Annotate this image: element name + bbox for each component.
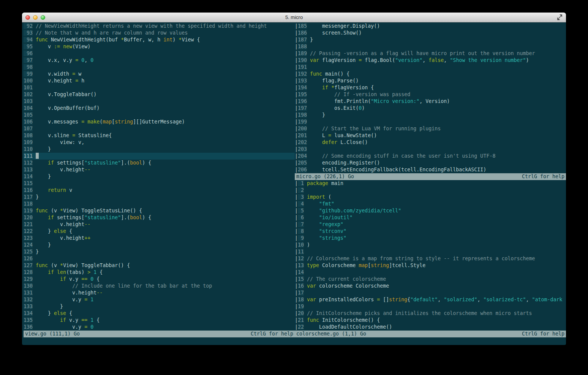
code-line[interactable]: 117 } (24, 194, 295, 201)
code-line[interactable]: |189 // Passing -version as a flag will … (295, 50, 566, 57)
code-line[interactable]: | 3 import ( (295, 194, 566, 201)
code-line[interactable]: |193 flag.Parse() (295, 78, 566, 84)
code-line[interactable]: 94 func NewViewWidthHeight(buf *Buffer, … (24, 36, 295, 43)
code-line[interactable]: 124 } (24, 242, 295, 248)
code-line[interactable]: 110 } (24, 146, 295, 153)
code-line[interactable]: |20 // InitColorscheme picks and initial… (295, 310, 566, 317)
code-line[interactable]: |19 (295, 303, 566, 310)
command-line[interactable] (24, 337, 566, 344)
code-line[interactable]: |196 fmt.Println("Micro version:", Versi… (295, 98, 566, 105)
code-line[interactable]: |10 ) (295, 242, 566, 248)
code-line[interactable]: 112 if settings["statusline"].(bool) { (24, 160, 295, 166)
code-line[interactable]: 105 (24, 112, 295, 119)
code-line[interactable]: 95 v := new(View) (24, 43, 295, 50)
code-line[interactable]: |199 (295, 119, 566, 125)
code-line[interactable]: |203 (295, 146, 566, 153)
code-line[interactable]: 128 if len(tabs) > 1 { (24, 269, 295, 276)
code-line[interactable]: 106 v.messages = make(map[string][]Gutte… (24, 119, 295, 125)
code-line[interactable]: |187 } (295, 36, 566, 43)
code-line[interactable]: | 7 "regexp" (295, 221, 566, 228)
code-line[interactable]: 102 v.ToggleTabbar() (24, 91, 295, 98)
code-line[interactable]: 135 if v.y == 1 { (24, 317, 295, 324)
code-line[interactable]: |190 var flagVersion = flag.Bool("versio… (295, 57, 566, 64)
code-line[interactable]: 132 v.y = 1 (24, 296, 295, 303)
code-line[interactable]: 107 (24, 125, 295, 132)
code-line[interactable]: | 6 "io/ioutil" (295, 214, 566, 221)
code-line[interactable]: 116 return v (24, 187, 295, 194)
code-line[interactable]: |18 var preInstalledColors = []string{"d… (295, 296, 566, 303)
code-line[interactable]: |12 // Colorscheme is a map from string … (295, 255, 566, 262)
code-line[interactable]: | 9 "strings" (295, 235, 566, 242)
code-line[interactable]: |185 messenger.Display() (295, 23, 566, 30)
resize-icon[interactable] (557, 14, 563, 20)
code-line[interactable]: |22 LoadDefaultColorscheme() (295, 324, 566, 331)
code-line[interactable]: 123 v.height++ (24, 235, 295, 242)
code-line[interactable]: |16 var colorscheme Colorscheme (295, 283, 566, 290)
editor-pane-view-go[interactable]: 92 // NewViewWidthHeight returns a new v… (24, 23, 295, 331)
code-line[interactable]: |194 if *flagVersion { (295, 84, 566, 91)
code-line[interactable]: 114 } (24, 173, 295, 180)
code-line[interactable]: 134 } else { (24, 310, 295, 317)
code-line[interactable]: 113 v.height-- (24, 166, 295, 173)
code-line[interactable]: 120 if settings["statusline"].(bool) { (24, 214, 295, 221)
code-line[interactable]: |15 // The current colorscheme (295, 276, 566, 283)
code-line[interactable]: |200 // Start the Lua VM for running plu… (295, 125, 566, 132)
code-line[interactable]: 101 (24, 84, 295, 91)
code-line[interactable]: 92 // NewViewWidthHeight returns a new v… (24, 23, 295, 30)
code-line[interactable]: |17 (295, 290, 566, 296)
code-line[interactable]: |13 type Colorscheme map[string]tcell.St… (295, 262, 566, 269)
code-line[interactable]: |198 } (295, 112, 566, 119)
code-line[interactable]: 133 } (24, 303, 295, 310)
code-line[interactable]: |201 L = lua.NewState() (295, 132, 566, 139)
code-line[interactable]: 104 v.OpenBuffer(buf) (24, 105, 295, 112)
code-line[interactable]: 115 (24, 180, 295, 187)
code-line[interactable]: 103 (24, 98, 295, 105)
code-line[interactable]: 119 func (v *View) ToggleStatusLine() { (24, 207, 295, 214)
code-line[interactable]: 126 (24, 255, 295, 262)
editor-pane-micro-go[interactable]: |185 messenger.Display()|186 screen.Show… (295, 23, 566, 173)
code-line[interactable]: 118 (24, 201, 295, 207)
code-line[interactable]: |14 (295, 269, 566, 276)
code-line[interactable]: 122 } else { (24, 228, 295, 235)
window-controls (25, 15, 45, 20)
code-line[interactable]: 96 (24, 50, 295, 57)
title-bar[interactable]: 5. micro (22, 13, 566, 22)
code-line[interactable]: | 5 "github.com/zyedidia/tcell" (295, 207, 566, 214)
code-line[interactable]: | 1 package main (295, 180, 566, 187)
code-line[interactable]: 93 // Note that w and h are raw column a… (24, 30, 295, 36)
code-line[interactable]: 97 v.x, v.y = 0, 0 (24, 57, 295, 64)
code-line[interactable]: |191 (295, 64, 566, 71)
code-line[interactable]: |195 // If -version was passed (295, 91, 566, 98)
code-line[interactable]: |197 os.Exit(0) (295, 105, 566, 112)
code-line[interactable]: | 4 "fmt" (295, 201, 566, 207)
minimize-button[interactable] (33, 15, 38, 20)
code-line[interactable]: 99 v.width = w (24, 71, 295, 78)
code-line[interactable]: 100 v.height = h (24, 78, 295, 84)
code-line[interactable]: |206 tcell.SetEncodingFallback(tcell.Enc… (295, 166, 566, 173)
code-line[interactable]: |205 encoding.Register() (295, 160, 566, 166)
code-line[interactable]: 131 v.height-- (24, 290, 295, 296)
close-button[interactable] (25, 15, 30, 20)
code-line[interactable]: 111 (24, 153, 295, 160)
code-line[interactable]: 130 // Include one line for the tab bar … (24, 283, 295, 290)
code-line[interactable]: 125 } (24, 248, 295, 255)
code-line[interactable]: | 2 (295, 187, 566, 194)
code-line[interactable]: |11 (295, 248, 566, 255)
zoom-button[interactable] (41, 15, 45, 20)
code-token: } (36, 310, 54, 316)
code-line[interactable]: |21 func InitColorscheme() { (295, 317, 566, 324)
code-line[interactable]: |192 func main() { (295, 71, 566, 78)
code-line[interactable]: 98 (24, 64, 295, 71)
code-line[interactable]: |204 // Some encoding stuff in case the … (295, 153, 566, 160)
code-line[interactable]: |188 (295, 43, 566, 50)
code-line[interactable]: 108 v.sline = Statusline{ (24, 132, 295, 139)
code-line[interactable]: 109 view: v, (24, 139, 295, 146)
code-line[interactable]: |186 screen.Show() (295, 30, 566, 36)
code-line[interactable]: | 8 "strconv" (295, 228, 566, 235)
code-line[interactable]: 136 v.y = 0 (24, 324, 295, 331)
code-line[interactable]: 121 v.height-- (24, 221, 295, 228)
editor-pane-colorscheme-go[interactable]: | 1 package main| 2 | 3 import (| 4 "fmt… (295, 180, 566, 331)
code-line[interactable]: 129 if v.y == 0 { (24, 276, 295, 283)
code-line[interactable]: |202 defer L.Close() (295, 139, 566, 146)
code-line[interactable]: 127 func (v *View) ToggleTabbar() { (24, 262, 295, 269)
